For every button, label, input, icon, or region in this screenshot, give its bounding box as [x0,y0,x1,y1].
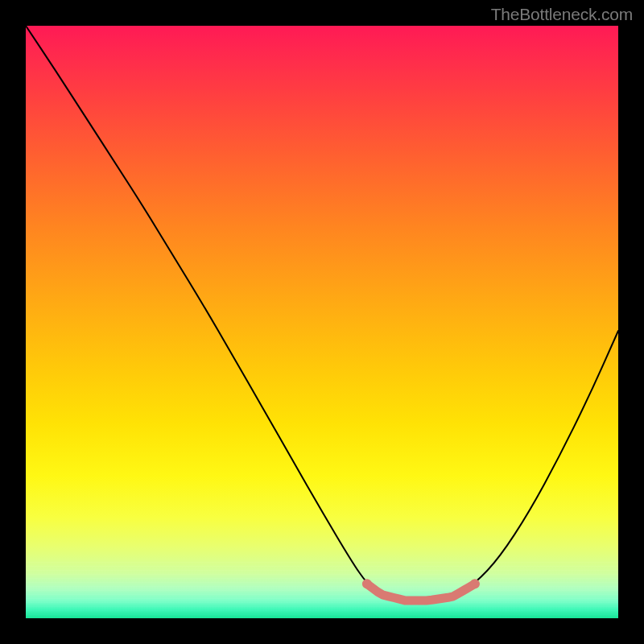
optimal-zone-marker [367,584,475,601]
optimal-zone-right-dot [470,579,480,588]
bottleneck-curve [26,26,618,601]
optimal-zone-left-dot [362,579,372,588]
attribution-watermark: TheBottleneck.com [491,5,633,24]
chart-plot-area [26,26,618,618]
curve-svg-layer [26,26,618,618]
